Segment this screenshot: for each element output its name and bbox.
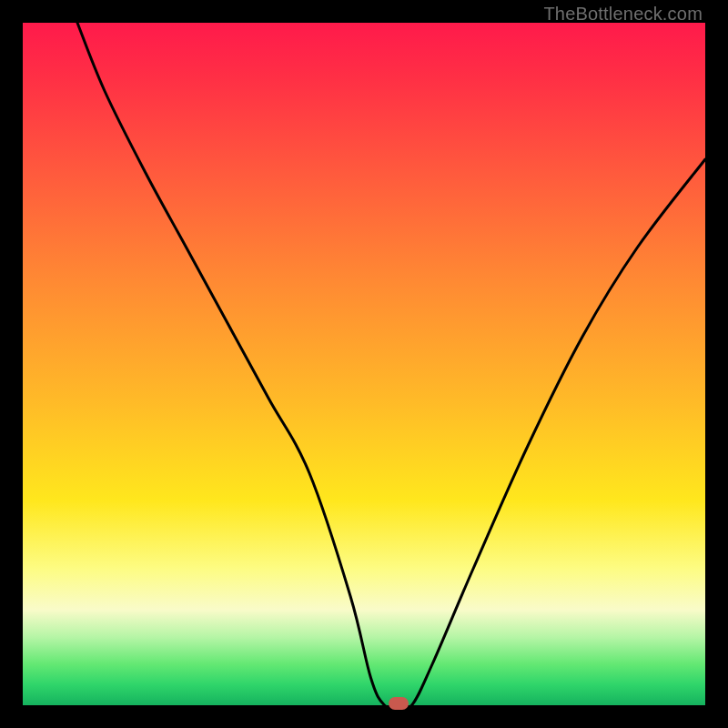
minimum-marker bbox=[389, 697, 409, 710]
bottleneck-curve bbox=[23, 23, 705, 705]
chart-frame: TheBottleneck.com bbox=[0, 0, 728, 728]
watermark-text: TheBottleneck.com bbox=[543, 4, 703, 25]
